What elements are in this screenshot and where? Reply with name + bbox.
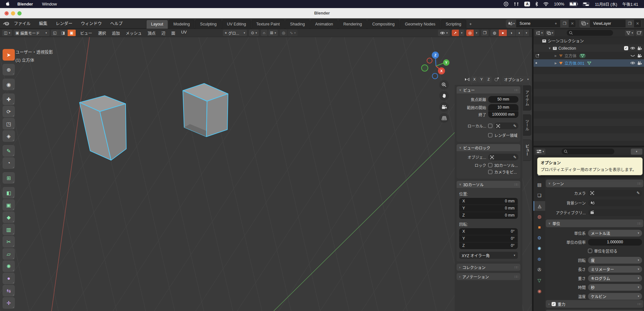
local-camera-checkbox[interactable]	[488, 124, 492, 128]
topbar-menu-ファイル[interactable]: ファイル	[10, 18, 35, 29]
viewlayer-browse-button[interactable]: ▾	[580, 20, 590, 27]
cursor-location-x-field[interactable]: X0 mm	[459, 198, 518, 205]
cursor-tool[interactable]: ⊕	[3, 64, 15, 75]
workspace-tab-rendering[interactable]: Rendering	[338, 20, 367, 29]
outliner-filter-mode-dropdown[interactable]: ▾	[545, 30, 555, 36]
gravity-checkbox[interactable]: ✓	[552, 302, 556, 306]
workspace-tab-shading[interactable]: Shading	[285, 20, 310, 29]
unit-rotation-select[interactable]: 度▾	[588, 257, 642, 264]
lock-object-field[interactable]: ✎	[488, 154, 518, 160]
outliner-display-mode-dropdown[interactable]: ▾	[535, 30, 544, 36]
keying-sets-panel-header[interactable]: ›キーイングセット∷∷	[546, 310, 643, 311]
navigation-gizmo[interactable]: Z Y X	[421, 49, 450, 85]
workspace-tab-texture-paint[interactable]: Texture Paint	[251, 20, 285, 29]
camera-toggle-icon[interactable]	[637, 54, 642, 58]
wireframe-shading-button[interactable]: ◍	[490, 30, 499, 36]
shrink-fatten-tool[interactable]: ✛	[3, 297, 15, 309]
tool-options-dropdown[interactable]: オプション▾	[502, 76, 531, 83]
viewport-menu-追加[interactable]: 追加	[109, 30, 123, 36]
edge-slide-tool[interactable]: ⇆	[3, 285, 15, 296]
disclosure-icon[interactable]: ▶	[554, 62, 557, 65]
pivot-point-dropdown[interactable]: ⊙▾	[249, 30, 259, 36]
spin-tool[interactable]: ✺	[3, 260, 15, 272]
panel-grip-icon[interactable]: ∷∷	[514, 183, 518, 186]
properties-tab-world[interactable]: ◍	[534, 212, 545, 221]
cube-right-open[interactable]	[183, 83, 228, 137]
annotations-header[interactable]: ›アノテーション∷∷	[457, 273, 520, 280]
snap-settings-dropdown[interactable]: ⊞▾	[268, 30, 278, 36]
viewport-menu-頂点[interactable]: 頂点	[145, 30, 158, 36]
camera-to-view-checkbox[interactable]	[488, 170, 492, 174]
viewport-menu-ビュー[interactable]: ビュー	[77, 30, 95, 36]
vertex-select-button[interactable]: ◱	[51, 30, 59, 36]
background-scene-field[interactable]	[588, 199, 642, 206]
camera-toggle-icon[interactable]	[637, 46, 642, 50]
render-region-checkbox[interactable]	[488, 133, 492, 137]
properties-tab-particles[interactable]: ✺	[534, 244, 545, 253]
material-preview-button[interactable]: ◑	[507, 30, 516, 36]
lock-to-cursor-checkbox[interactable]	[488, 163, 492, 167]
scene-name[interactable]: Scene	[516, 21, 552, 26]
inset-faces-tool[interactable]: ▣	[3, 199, 15, 211]
workspace-tab-layout[interactable]: Layout	[146, 20, 168, 29]
poly-build-tool[interactable]: ▱	[3, 248, 15, 260]
outliner-row-cube-001[interactable]: ▶立方体.001	[534, 59, 644, 67]
scene-panel-header[interactable]: ∨シーン∷∷	[546, 180, 643, 187]
view-panel-header[interactable]: ∨ビュー∷∷	[457, 86, 520, 93]
eyedropper-icon[interactable]: ✎	[637, 191, 640, 195]
face-select-button[interactable]: ▣	[68, 30, 76, 36]
control-center-icon[interactable]	[582, 2, 590, 6]
workspace-tab-geometry-nodes[interactable]: Geometry Nodes	[400, 20, 440, 29]
properties-tab-scene[interactable]: ◬	[534, 201, 545, 211]
cursor-panel-header[interactable]: ∨3Dカーソル∷∷	[457, 181, 520, 188]
bluetooth-icon[interactable]	[535, 2, 538, 6]
properties-tab-constraints[interactable]: ✇	[534, 265, 545, 275]
gizmos-dropdown[interactable]: ▾	[459, 30, 465, 36]
viewport-menu-UV[interactable]: UV	[178, 30, 189, 36]
scene-browse-button[interactable]: ▾	[506, 20, 516, 27]
disclosure-icon[interactable]: ▼	[548, 47, 551, 50]
view-lock-header[interactable]: ∨ビューのロック	[457, 144, 520, 151]
topbar-menu-ヘルプ[interactable]: ヘルプ	[106, 18, 127, 29]
viewport-menu-メッシュ[interactable]: メッシュ	[123, 30, 145, 36]
transform-tool[interactable]: ◈	[3, 130, 15, 142]
unlink-scene-button[interactable]: ✕	[569, 20, 576, 27]
cursor-rotation-z-field[interactable]: Z0°	[459, 242, 518, 249]
unit-scale-input[interactable]: 1.000000	[588, 239, 642, 246]
outliner-filter-dropdown[interactable]: ▾	[625, 30, 634, 36]
outliner-row-collection[interactable]: ▼Collection✓	[534, 44, 644, 52]
viewport-canvas[interactable]: ユーザー・透視投影 (1) 立方体 ➤⊕◉✚⟳◳◈✎◔⊞◧▣◆▥✂▱✺●⇆✛ Z…	[0, 37, 532, 311]
properties-tab-output[interactable]: ▤	[534, 180, 545, 190]
mode-dropdown[interactable]: ▣編集モード▾	[14, 30, 50, 36]
viewlayer-name[interactable]: ViewLayer	[590, 21, 625, 26]
eyedropper-icon[interactable]: ✎	[513, 124, 516, 128]
properties-tab-modifiers[interactable]: ⚙	[534, 233, 545, 243]
perspective-toggle-button[interactable]	[439, 113, 449, 123]
workspace-tab-uv-editing[interactable]: UV Editing	[222, 20, 251, 29]
eye-icon[interactable]	[630, 46, 635, 50]
pan-button[interactable]	[439, 91, 449, 101]
annotate-tool[interactable]: ✎	[3, 145, 15, 157]
input-source-badge[interactable]: A	[524, 2, 530, 6]
overlays-toggle[interactable]: ◎	[466, 30, 473, 36]
workspace-tab-compositing[interactable]: Compositing	[367, 20, 399, 29]
zoom-button[interactable]	[439, 80, 449, 90]
new-viewlayer-button[interactable]: ❐	[625, 20, 634, 27]
solid-shading-button[interactable]: ●	[499, 30, 507, 36]
unit-time-select[interactable]: 秒▾	[588, 284, 642, 291]
unit-temperature-select[interactable]: ケルビン▾	[588, 293, 642, 300]
n-panel-tab-ビュー[interactable]: ビュー	[523, 140, 531, 161]
separate-units-checkbox[interactable]	[588, 249, 592, 253]
overlays-dropdown[interactable]: ▾	[474, 30, 479, 36]
topbar-menu-ウィンドウ[interactable]: ウィンドウ	[77, 18, 106, 29]
scale-tool[interactable]: ◳	[3, 118, 15, 130]
topbar-menu-編集[interactable]: 編集	[35, 18, 52, 29]
camera-toggle-icon[interactable]	[637, 61, 642, 65]
proportional-falloff-dropdown[interactable]: ∿▾	[288, 30, 298, 36]
knife-tool[interactable]: ✂	[3, 236, 15, 248]
transform-orientation-dropdown[interactable]: ⌖グロ...▾	[223, 30, 247, 36]
cursor-rotation-y-field[interactable]: Y0°	[459, 235, 518, 242]
workspace-tab-animation[interactable]: Animation	[310, 20, 338, 29]
gizmos-toggle[interactable]: ➚	[452, 30, 459, 36]
viewport-menu-辺[interactable]: 辺	[158, 30, 168, 36]
